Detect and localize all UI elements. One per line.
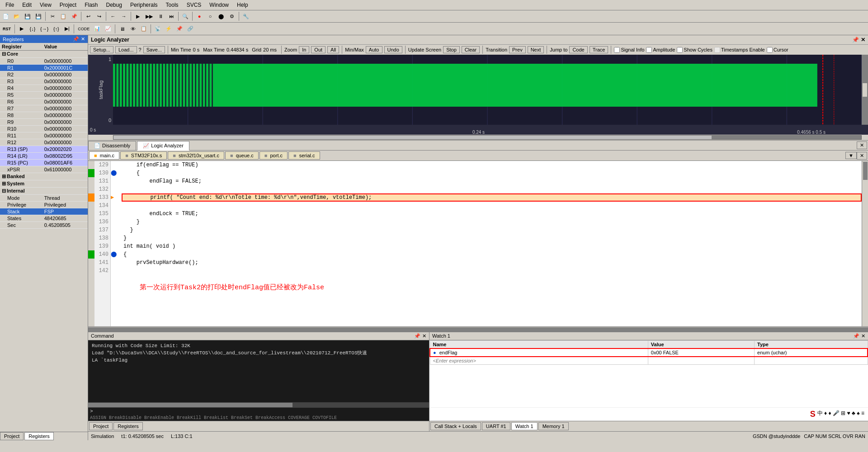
- watch-enter-expr[interactable]: [430, 357, 648, 365]
- table-row[interactable]: R13 (SP)0x20002020: [0, 146, 88, 153]
- la-save-btn[interactable]: Save...: [143, 46, 165, 53]
- watch-row-endflag[interactable]: ● endFlag 0x00 FALSE enum (uchar): [430, 348, 868, 357]
- editor-close-btn[interactable]: ✕: [857, 141, 867, 149]
- toolbar-config[interactable]: 🔧: [241, 11, 251, 21]
- file-tab-close[interactable]: ✕: [857, 152, 867, 160]
- la-amplitude-check[interactable]: Amplitude: [646, 47, 675, 53]
- tab-logic-analyzer[interactable]: 📈 Logic Analyzer: [137, 141, 189, 151]
- table-row[interactable]: R20x00000000: [0, 71, 88, 78]
- file-tab-queue[interactable]: ■ queue.c: [225, 151, 259, 160]
- watch-expression-input[interactable]: [433, 358, 645, 363]
- table-row[interactable]: R10x2000001C: [0, 65, 88, 71]
- debug-step-in[interactable]: {↓}: [28, 24, 38, 34]
- la-help-icon[interactable]: ?: [139, 47, 142, 52]
- table-row[interactable]: R60x00000000: [0, 99, 88, 105]
- file-tab-main[interactable]: ■ main.c: [89, 151, 119, 160]
- code-v-scrollbar[interactable]: [862, 161, 868, 326]
- toolbar-save[interactable]: 💾: [23, 11, 33, 21]
- la-auto-btn[interactable]: Auto: [366, 46, 382, 53]
- table-row[interactable]: Stack FSP: [0, 208, 88, 215]
- system-expand-icon[interactable]: ⊞: [2, 181, 6, 186]
- menu-tools[interactable]: Tools: [162, 1, 182, 9]
- registers-close-icon[interactable]: ✕: [81, 36, 85, 42]
- table-row[interactable]: Privilege Privileged: [0, 202, 88, 208]
- la-stop-btn[interactable]: Stop: [443, 46, 460, 53]
- toolbar-paste[interactable]: 📌: [69, 11, 79, 21]
- toolbar-btn2[interactable]: ▶▶: [144, 11, 155, 21]
- table-row[interactable]: R110x00000000: [0, 132, 88, 139]
- la-signal-info-check[interactable]: Signal Info: [614, 47, 644, 53]
- menu-edit[interactable]: Edit: [19, 1, 35, 9]
- waveform-scrollbar-v[interactable]: [862, 55, 868, 125]
- code-h-scrollbar[interactable]: [88, 326, 868, 332]
- la-amplitude-checkbox[interactable]: [646, 47, 652, 53]
- code-h-thumb[interactable]: [88, 327, 868, 332]
- core-expand-icon[interactable]: ⊟: [2, 51, 6, 56]
- watch-row-enter[interactable]: [430, 357, 868, 365]
- table-row[interactable]: R30x00000000: [0, 78, 88, 85]
- debug-logic[interactable]: 📈: [103, 24, 113, 34]
- command-scroll-thumb[interactable]: [88, 403, 292, 407]
- code-content[interactable]: if(endFlag == TRUE) { endFlag = FALSE; p…: [122, 161, 862, 326]
- debug-perf[interactable]: 📊: [92, 24, 102, 34]
- code-scrollbar-thumb[interactable]: [863, 162, 868, 180]
- registers-pin-icon[interactable]: 📌: [73, 36, 79, 42]
- watch-close-icon[interactable]: ✕: [861, 333, 865, 339]
- menu-help[interactable]: Help: [233, 1, 252, 9]
- toolbar-btn1[interactable]: ▶: [133, 11, 143, 21]
- menu-view[interactable]: View: [36, 1, 55, 9]
- table-row[interactable]: R70x00000000: [0, 105, 88, 112]
- internal-expand-icon[interactable]: ⊟: [2, 188, 6, 193]
- debug-extra3[interactable]: 🔗: [185, 24, 195, 34]
- la-show-cycles-check[interactable]: Show Cycles: [677, 47, 712, 53]
- debug-extra1[interactable]: ⚡: [164, 24, 174, 34]
- table-row[interactable]: R00x00000000: [0, 58, 88, 65]
- la-pin-icon[interactable]: 📌: [852, 37, 859, 43]
- toolbar-redo[interactable]: ↪: [94, 11, 104, 21]
- debug-mem[interactable]: 🖥: [117, 24, 127, 34]
- watch-tab-memory1[interactable]: Memory 1: [538, 422, 569, 430]
- command-h-scroll[interactable]: [88, 403, 429, 407]
- menu-svcs[interactable]: SVCS: [183, 1, 205, 9]
- debug-step-over[interactable]: {→}: [38, 24, 50, 34]
- la-next-btn[interactable]: Next: [528, 46, 544, 53]
- toolbar-open[interactable]: 📂: [12, 11, 22, 21]
- h-scrollbar-track[interactable]: [113, 135, 862, 140]
- la-cursor-check[interactable]: Cursor: [767, 47, 788, 53]
- toolbar-settings[interactable]: ⚙: [227, 11, 237, 21]
- la-undo-btn[interactable]: Undo: [384, 46, 402, 53]
- la-signal-info-checkbox[interactable]: [614, 47, 620, 53]
- toolbar-undo[interactable]: ↩: [83, 11, 93, 21]
- table-row[interactable]: Mode Thread: [0, 195, 88, 202]
- table-row[interactable]: R100x00000000: [0, 126, 88, 132]
- la-zoom-in-btn[interactable]: In: [299, 46, 309, 53]
- debug-run[interactable]: ▶: [17, 24, 27, 34]
- toolbar-copy[interactable]: 📋: [58, 11, 68, 21]
- toolbar-cut[interactable]: ✂: [47, 11, 57, 21]
- toolbar-btn3[interactable]: ⏸: [156, 11, 165, 21]
- la-setup-btn[interactable]: Setup...: [90, 46, 113, 53]
- table-row[interactable]: xPSR0x61000000: [0, 166, 88, 173]
- menu-file[interactable]: File: [2, 1, 18, 9]
- menu-peripherals[interactable]: Peripherals: [127, 1, 161, 9]
- cmd-tab-project[interactable]: Project: [89, 422, 113, 430]
- toolbar-btn4[interactable]: ⏭: [166, 11, 176, 21]
- table-row[interactable]: R14 (LR)0x08002D95: [0, 153, 88, 160]
- table-row[interactable]: Sec 0.45208505: [0, 222, 88, 229]
- la-zoom-all-btn[interactable]: All: [327, 46, 339, 53]
- tab-disassembly[interactable]: 📄 Disassembly: [88, 141, 136, 150]
- toolbar-step[interactable]: ⬤: [216, 11, 226, 21]
- toolbar-run[interactable]: ●: [194, 11, 204, 21]
- waveform-scrollbar-thumb[interactable]: [863, 83, 867, 97]
- file-tab-stm32[interactable]: ■ STM32F10x.s: [120, 151, 167, 160]
- toolbar-save-all[interactable]: 💾: [33, 11, 43, 21]
- debug-regs[interactable]: 📋: [139, 24, 149, 34]
- table-row[interactable]: R90x00000000: [0, 119, 88, 126]
- table-row[interactable]: States 48420685: [0, 215, 88, 222]
- tab-project[interactable]: Project: [0, 432, 24, 440]
- debug-watch[interactable]: 👁: [128, 24, 138, 34]
- la-close-icon[interactable]: ✕: [861, 37, 865, 43]
- waveform-signal-area[interactable]: // This will be rendered as raw SVG rect…: [113, 55, 862, 125]
- toolbar-forward[interactable]: →: [119, 11, 129, 21]
- cmd-tab-registers[interactable]: Registers: [113, 422, 142, 430]
